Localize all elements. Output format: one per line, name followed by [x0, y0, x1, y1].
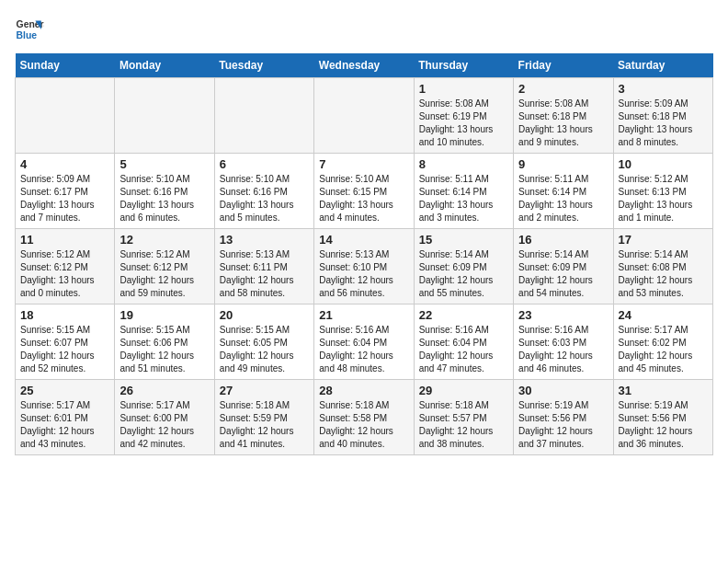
calendar-cell	[214, 78, 313, 154]
day-info: Sunrise: 5:14 AM Sunset: 6:08 PM Dayligh…	[619, 248, 708, 300]
day-number: 30	[518, 384, 608, 397]
day-number: 10	[619, 157, 708, 171]
page-header: General Blue	[15, 15, 713, 44]
day-info: Sunrise: 5:15 AM Sunset: 6:07 PM Dayligh…	[20, 324, 109, 375]
day-info: Sunrise: 5:16 AM Sunset: 6:04 PM Dayligh…	[319, 324, 408, 375]
day-info: Sunrise: 5:14 AM Sunset: 6:09 PM Dayligh…	[419, 248, 508, 300]
day-number: 7	[319, 157, 408, 171]
day-number: 27	[220, 384, 309, 397]
calendar-cell: 7Sunrise: 5:10 AM Sunset: 6:15 PM Daylig…	[314, 154, 414, 229]
day-number: 2	[518, 82, 608, 96]
day-info: Sunrise: 5:09 AM Sunset: 6:18 PM Dayligh…	[619, 98, 708, 149]
calendar-cell: 4Sunrise: 5:09 AM Sunset: 6:17 PM Daylig…	[16, 154, 115, 229]
calendar-cell: 16Sunrise: 5:14 AM Sunset: 6:09 PM Dayli…	[514, 229, 613, 304]
calendar-cell: 20Sunrise: 5:15 AM Sunset: 6:05 PM Dayli…	[214, 304, 313, 380]
calendar-table: SundayMondayTuesdayWednesdayThursdayFrid…	[15, 53, 713, 455]
calendar-cell: 5Sunrise: 5:10 AM Sunset: 6:16 PM Daylig…	[115, 154, 214, 229]
calendar-cell: 25Sunrise: 5:17 AM Sunset: 6:01 PM Dayli…	[16, 380, 115, 455]
day-number: 19	[119, 308, 209, 322]
day-info: Sunrise: 5:08 AM Sunset: 6:19 PM Dayligh…	[419, 98, 508, 149]
logo-icon: General Blue	[15, 15, 44, 44]
logo: General Blue	[15, 15, 44, 44]
day-info: Sunrise: 5:19 AM Sunset: 5:56 PM Dayligh…	[619, 399, 708, 451]
calendar-cell: 8Sunrise: 5:11 AM Sunset: 6:14 PM Daylig…	[414, 154, 513, 229]
day-info: Sunrise: 5:11 AM Sunset: 6:14 PM Dayligh…	[518, 173, 608, 224]
weekday-header-thursday: Thursday	[414, 53, 513, 78]
day-info: Sunrise: 5:16 AM Sunset: 6:04 PM Dayligh…	[419, 324, 508, 375]
calendar-cell: 6Sunrise: 5:10 AM Sunset: 6:16 PM Daylig…	[214, 154, 313, 229]
day-info: Sunrise: 5:13 AM Sunset: 6:11 PM Dayligh…	[220, 248, 309, 300]
day-info: Sunrise: 5:10 AM Sunset: 6:15 PM Dayligh…	[319, 173, 408, 224]
day-info: Sunrise: 5:17 AM Sunset: 6:01 PM Dayligh…	[20, 399, 109, 451]
calendar-cell: 15Sunrise: 5:14 AM Sunset: 6:09 PM Dayli…	[414, 229, 513, 304]
weekday-header-friday: Friday	[514, 53, 613, 78]
day-number: 5	[119, 157, 209, 171]
day-number: 26	[119, 384, 209, 397]
day-number: 24	[619, 308, 708, 322]
calendar-cell: 14Sunrise: 5:13 AM Sunset: 6:10 PM Dayli…	[314, 229, 414, 304]
day-info: Sunrise: 5:18 AM Sunset: 5:58 PM Dayligh…	[319, 399, 408, 451]
day-info: Sunrise: 5:09 AM Sunset: 6:17 PM Dayligh…	[20, 173, 109, 224]
weekday-header-tuesday: Tuesday	[214, 53, 313, 78]
weekday-header-monday: Monday	[115, 53, 214, 78]
day-info: Sunrise: 5:17 AM Sunset: 6:02 PM Dayligh…	[619, 324, 708, 375]
calendar-cell: 2Sunrise: 5:08 AM Sunset: 6:18 PM Daylig…	[514, 78, 613, 154]
weekday-header-saturday: Saturday	[613, 53, 712, 78]
day-number: 20	[220, 308, 309, 322]
day-number: 1	[419, 82, 508, 96]
calendar-cell: 13Sunrise: 5:13 AM Sunset: 6:11 PM Dayli…	[214, 229, 313, 304]
day-number: 6	[220, 157, 309, 171]
calendar-cell	[16, 78, 115, 154]
calendar-cell: 18Sunrise: 5:15 AM Sunset: 6:07 PM Dayli…	[16, 304, 115, 380]
day-number: 3	[619, 82, 708, 96]
calendar-cell: 30Sunrise: 5:19 AM Sunset: 5:56 PM Dayli…	[514, 380, 613, 455]
day-number: 25	[20, 384, 109, 397]
day-info: Sunrise: 5:11 AM Sunset: 6:14 PM Dayligh…	[419, 173, 508, 224]
weekday-header-sunday: Sunday	[16, 53, 115, 78]
day-number: 16	[518, 233, 608, 247]
day-number: 17	[619, 233, 708, 247]
day-number: 14	[319, 233, 408, 247]
day-number: 18	[20, 308, 109, 322]
calendar-cell: 11Sunrise: 5:12 AM Sunset: 6:12 PM Dayli…	[16, 229, 115, 304]
calendar-cell	[314, 78, 414, 154]
calendar-cell: 28Sunrise: 5:18 AM Sunset: 5:58 PM Dayli…	[314, 380, 414, 455]
calendar-cell: 24Sunrise: 5:17 AM Sunset: 6:02 PM Dayli…	[613, 304, 712, 380]
day-number: 29	[419, 384, 508, 397]
day-info: Sunrise: 5:14 AM Sunset: 6:09 PM Dayligh…	[518, 248, 608, 300]
calendar-cell: 22Sunrise: 5:16 AM Sunset: 6:04 PM Dayli…	[414, 304, 513, 380]
calendar-cell	[115, 78, 214, 154]
day-info: Sunrise: 5:12 AM Sunset: 6:12 PM Dayligh…	[20, 248, 109, 300]
day-number: 23	[518, 308, 608, 322]
day-number: 22	[419, 308, 508, 322]
day-info: Sunrise: 5:15 AM Sunset: 6:05 PM Dayligh…	[220, 324, 309, 375]
day-info: Sunrise: 5:12 AM Sunset: 6:13 PM Dayligh…	[619, 173, 708, 224]
weekday-header-wednesday: Wednesday	[314, 53, 414, 78]
day-number: 15	[419, 233, 508, 247]
day-number: 31	[619, 384, 708, 397]
day-info: Sunrise: 5:15 AM Sunset: 6:06 PM Dayligh…	[119, 324, 209, 375]
day-info: Sunrise: 5:10 AM Sunset: 6:16 PM Dayligh…	[220, 173, 309, 224]
calendar-cell: 21Sunrise: 5:16 AM Sunset: 6:04 PM Dayli…	[314, 304, 414, 380]
day-number: 8	[419, 157, 508, 171]
calendar-cell: 9Sunrise: 5:11 AM Sunset: 6:14 PM Daylig…	[514, 154, 613, 229]
calendar-cell: 10Sunrise: 5:12 AM Sunset: 6:13 PM Dayli…	[613, 154, 712, 229]
day-info: Sunrise: 5:10 AM Sunset: 6:16 PM Dayligh…	[119, 173, 209, 224]
day-number: 13	[220, 233, 309, 247]
calendar-cell: 27Sunrise: 5:18 AM Sunset: 5:59 PM Dayli…	[214, 380, 313, 455]
calendar-cell: 23Sunrise: 5:16 AM Sunset: 6:03 PM Dayli…	[514, 304, 613, 380]
day-number: 21	[319, 308, 408, 322]
calendar-cell: 12Sunrise: 5:12 AM Sunset: 6:12 PM Dayli…	[115, 229, 214, 304]
calendar-cell: 26Sunrise: 5:17 AM Sunset: 6:00 PM Dayli…	[115, 380, 214, 455]
day-number: 4	[20, 157, 109, 171]
calendar-cell: 19Sunrise: 5:15 AM Sunset: 6:06 PM Dayli…	[115, 304, 214, 380]
day-info: Sunrise: 5:18 AM Sunset: 5:57 PM Dayligh…	[419, 399, 508, 451]
day-info: Sunrise: 5:18 AM Sunset: 5:59 PM Dayligh…	[220, 399, 309, 451]
day-number: 9	[518, 157, 608, 171]
svg-text:Blue: Blue	[17, 30, 38, 40]
day-number: 12	[119, 233, 209, 247]
calendar-cell: 31Sunrise: 5:19 AM Sunset: 5:56 PM Dayli…	[613, 380, 712, 455]
day-info: Sunrise: 5:12 AM Sunset: 6:12 PM Dayligh…	[119, 248, 209, 300]
day-number: 28	[319, 384, 408, 397]
day-info: Sunrise: 5:08 AM Sunset: 6:18 PM Dayligh…	[518, 98, 608, 149]
